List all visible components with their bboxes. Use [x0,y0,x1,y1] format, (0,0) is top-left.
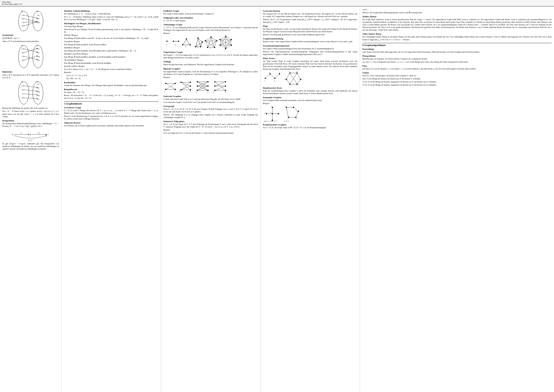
svg-point-168 [208,81,209,82]
svg-point-104 [211,36,212,37]
fluss-title: Fluss [362,65,552,67]
svg-line-250 [296,112,298,117]
svg-text:c: c [22,21,23,23]
pfade-title: Pfade, Kreise [263,57,357,59]
schnitt-Aminus: A⁻(X, Y) ist die Menge der Kanten, ausge… [362,84,552,86]
svg-point-0 [19,11,29,31]
svg-text:b: b [22,52,23,54]
svg-text:Y: Y [36,10,38,13]
column-1: X Y a b c d e f g [0,7,62,392]
beispiel3-text: Ist G ein Graph hat G[{2, 3, 4}] nur die… [163,132,258,134]
svg-text:1: 1 [285,105,286,107]
svg-text:3: 3 [213,91,214,93]
svg-line-218 [287,73,290,79]
svg-point-30 [23,56,24,57]
gerichteter-title: Gerichteter Graph [64,106,159,109]
svg-text:5: 5 [271,112,272,113]
isomorphe-beispiel: Beispiel: [263,102,357,105]
svg-text:2: 2 [297,71,298,72]
fluss-text: Ein Fluss in G von der Quelle q = v₁ zur… [362,68,552,70]
svg-point-196 [265,78,266,79]
vollst-binaerer-text: Ein vollständiger binärer Baum ist ein b… [362,35,552,41]
unendliche-title: Unendliche Mengen: [64,40,159,43]
svg-line-215 [298,80,300,84]
injective-diagram: X Y a b c d e f g h i [2,80,59,106]
svg-point-143 [165,89,166,90]
hinweis-gerichteter: Hinweis: Ist die Kantenmenge E symmetris… [64,115,159,120]
svg-point-169 [208,85,209,86]
svg-point-154 [190,82,191,83]
schnitt-AXY: A(X, Y) die Menge der Kanten, die Knoten… [362,77,552,80]
svg-text:2: 2 [190,91,191,93]
svg-text:X: X [21,10,23,13]
schnitt-title: Schnitt [362,72,552,74]
svg-point-60 [37,88,38,88]
komposition-law: Es gilt (h∘g)∘f = h∘(g∘f). Außerdem gilt… [2,142,59,150]
svg-point-212 [286,79,287,80]
bipartite-graphs: 1 1 2 2 [163,79,258,94]
svg-text:4: 4 [197,47,198,48]
identitaet-text1: Die Abbildung id_A : A → A mit id_A(a) =… [64,13,159,15]
svg-point-64 [37,95,38,96]
schnitt-text1: Seien X, Y bel. Untermengen von Knoten e… [362,74,552,77]
svg-point-93 [198,37,199,39]
page-header: Cheat sheet by Your Name, page 2 of 2 [0,0,554,7]
svg-point-165 [197,81,198,82]
spezielle-text: Sei n ∈ ℕ. Dann ist ℕ_n := [n] := {1, ..… [64,68,159,71]
svg-point-152 [180,82,182,83]
svg-point-6 [23,19,24,19]
svg-point-153 [180,89,182,91]
header-line2: by Your Name, page 2 of 2 [2,3,552,5]
svg-text:B: B [30,133,31,136]
svg-point-52 [23,90,24,90]
svg-text:h: h [39,95,40,97]
vollstaendiger-beispiel-label: Beispiel: [163,32,258,35]
svg-point-231 [266,113,267,114]
svg-text:2: 2 [269,72,270,74]
svg-point-8 [23,22,24,23]
ueberabzaehlbar-title: Überabzählbare Mengen: [64,59,159,61]
vollstaendiger-title: Vollständiger Graph [163,23,258,26]
svg-point-166 [197,85,198,86]
svg-text:4: 4 [265,112,266,113]
abzaehlbare-title: Abzählbare Mengen: [64,46,159,49]
svg-line-71 [24,98,37,98]
waelder-title: Wälder, Bäume [362,15,552,18]
adjazente-title: Adjazente Knoten [64,122,159,124]
adjazente-text: Zwei Knoten, die in einem Graphen durch … [64,124,159,127]
beispiel2: |ℕ| = |ℝ| = |ℕ × ℕ| [66,77,159,80]
svg-point-156 [190,89,191,91]
svg-text:1: 1 [174,91,175,93]
svg-text:d: d [22,59,23,61]
isomorphe-title: Isomorphe Graphen [263,96,357,98]
path-diagrams: 1 2 3 4 1 2 [263,71,357,85]
svg-point-50 [23,85,24,86]
svg-text:Y: Y [36,45,38,47]
svg-line-192 [215,86,225,90]
svg-text:1: 1 [289,71,290,72]
svg-line-135 [226,45,231,48]
beispiel3-label: Beispiel: [163,129,258,131]
svg-point-208 [297,72,298,73]
eulersche-text2: G ist eulerscher Graph ⟺ jede Ecke von G… [163,101,258,104]
svg-point-96 [195,46,196,47]
svg-text:1: 1 [264,80,265,82]
unendliche-text: Eine Menge M heißt unendlich, wenn M nic… [64,43,159,46]
svg-line-202 [275,74,279,78]
svg-point-186 [225,85,226,86]
svg-point-40 [37,60,38,61]
column-3: Endlicher Graph Ein Graph G heißt endlic… [161,7,261,392]
svg-text:φ(v) | 1 | 2 | 3 | 4 | 5: φ(v) | 1 | 2 | 3 | 4 | 5 [264,120,277,122]
svg-point-32 [23,60,24,61]
svg-text:f: f [39,18,40,20]
graphzusammenhang-text: Knoten u und v eines ungerichteten Graph… [263,40,357,43]
beispiel1: |{a, b, c}| = 3 = |{x, y, 11}| [66,74,159,77]
svg-text:3: 3 [185,46,186,47]
svg-text:v: v [264,112,265,114]
waelder-text: Ein Graph heißt zyklenfrei, wenn er kein… [362,18,552,31]
svg-line-69 [24,90,37,91]
flussprobleme-text: Modellierung von Transport von Gütern (S… [362,58,552,60]
svg-point-108 [205,40,206,41]
svg-text:X: X [21,45,23,47]
svg-point-38 [37,56,38,57]
